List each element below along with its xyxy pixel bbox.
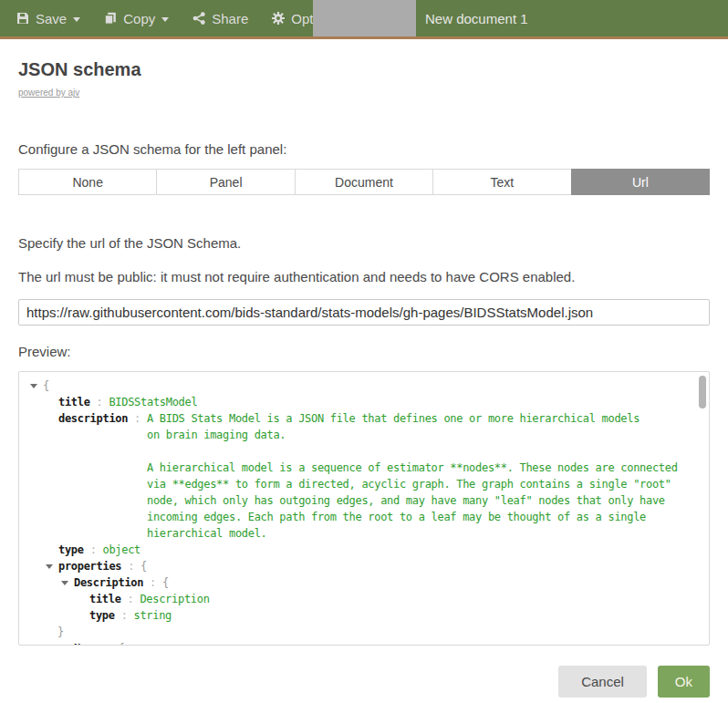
indent-spacer (42, 410, 58, 542)
colon-separator: : (121, 591, 140, 607)
tree-key: title (58, 394, 90, 410)
collapse-triangle-icon[interactable] (57, 574, 74, 591)
share-icon (192, 12, 205, 25)
tree-row: description : A BIDS Stats Model is a JS… (19, 410, 709, 542)
colon-separator: : (121, 558, 140, 574)
configure-label: Configure a JSON schema for the left pan… (18, 141, 710, 157)
gear-icon (272, 12, 285, 25)
tree-rows: {title : BIDSStatsModeldescription : A B… (19, 377, 709, 646)
url-public-note: The url must be public: it must not requ… (18, 269, 710, 284)
tab-none[interactable]: None (18, 169, 157, 195)
colon-separator: : (90, 394, 109, 410)
tree-row: title : BIDSStatsModel (19, 394, 709, 410)
powered-by-ajv-link[interactable]: powered by ajv (18, 88, 79, 98)
tree-row: { (19, 377, 709, 394)
tab-document[interactable]: Document (295, 169, 433, 195)
schema-url-input[interactable] (18, 299, 710, 326)
indent-spacer (42, 394, 58, 410)
schema-source-tabs: NonePanelDocumentTextUrl (18, 169, 710, 195)
indent-spacer (42, 542, 58, 558)
open-brace: { (118, 640, 124, 646)
tree-value: BIDSStatsModel (109, 394, 197, 410)
document-tab[interactable] (313, 0, 416, 36)
menu-label: Share (212, 11, 248, 26)
tree-row: Name : { (19, 640, 709, 646)
tree-value: string (133, 607, 172, 624)
menu-save[interactable]: Save (16, 11, 80, 26)
json-schema-dialog: JSON schema powered by ajv Configure a J… (0, 59, 728, 646)
caret-down-icon (73, 17, 80, 22)
menu-label: Save (36, 11, 67, 26)
tree-key: type (89, 607, 115, 624)
save-icon (16, 12, 29, 25)
dialog-actions: Cancel Ok (0, 646, 728, 698)
tab-panel[interactable]: Panel (156, 169, 295, 195)
collapse-triangle-icon[interactable] (26, 377, 43, 394)
tree-key: title (89, 591, 121, 607)
menu-group: SaveCopyShareOptions (0, 0, 313, 39)
colon-separator: : (84, 542, 103, 558)
open-brace: { (162, 574, 169, 591)
open-brace: { (43, 377, 49, 394)
tree-row: type : string (19, 607, 709, 624)
collapse-triangle-icon[interactable] (42, 558, 58, 574)
indent-spacer (73, 591, 89, 607)
tree-row: title : Description (19, 591, 709, 607)
tree-key: description (58, 410, 128, 542)
tree-row: properties : { (19, 558, 709, 574)
copy-icon (104, 12, 117, 25)
colon-separator: : (99, 640, 119, 646)
tab-text[interactable]: Text (432, 169, 571, 195)
dialog-title: JSON schema (18, 59, 710, 80)
tree-key: properties (58, 558, 121, 574)
ok-button[interactable]: Ok (658, 666, 710, 698)
preview-label: Preview: (18, 344, 710, 359)
tree-row: Description : { (19, 574, 709, 591)
indent-spacer (73, 607, 89, 624)
tree-row: } (19, 624, 709, 640)
menu-label: Copy (123, 11, 155, 26)
tree-value: object (102, 542, 140, 558)
schema-preview: {title : BIDSStatsModeldescription : A B… (18, 371, 710, 646)
collapse-triangle-icon[interactable] (57, 640, 74, 646)
document-title[interactable]: New document 1 (416, 11, 528, 29)
colon-separator: : (128, 410, 147, 542)
caret-down-icon (161, 17, 169, 22)
tree-value: Description (140, 591, 209, 607)
tree-row: type : object (19, 542, 709, 558)
colon-separator: : (143, 574, 162, 591)
open-brace: { (140, 558, 147, 574)
tree-value: A BIDS Stats Model is a JSON file that d… (147, 410, 678, 542)
menu-share[interactable]: Share (192, 11, 248, 26)
close-brace: } (57, 624, 64, 640)
scrollbar-thumb[interactable] (699, 376, 706, 408)
tree-key: Description (74, 574, 143, 591)
menubar: SaveCopyShareOptions New document 1 (0, 0, 728, 39)
colon-separator: : (115, 607, 134, 624)
tab-url[interactable]: Url (571, 169, 710, 195)
cancel-button[interactable]: Cancel (558, 666, 647, 698)
menu-copy[interactable]: Copy (104, 11, 169, 26)
tree-key: Name (74, 640, 99, 646)
url-instruction: Specify the url of the JSON Schema. (18, 235, 710, 251)
tree-key: type (58, 542, 84, 558)
